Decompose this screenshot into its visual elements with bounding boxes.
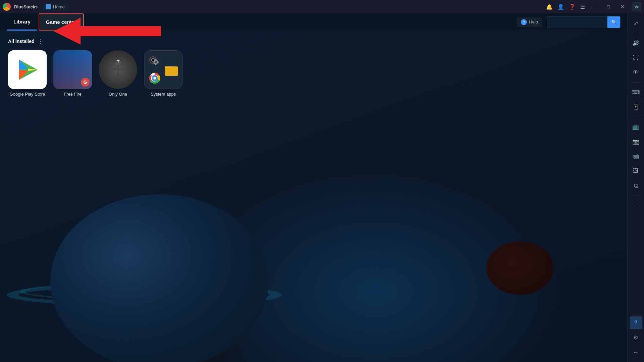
title-bar-controls: 🔔 👤 ❓ ☰ ─ □ ✕ ≫: [546, 2, 641, 11]
search-bar[interactable]: 🔍: [547, 16, 621, 28]
help-button[interactable]: ? Help: [517, 17, 542, 27]
bluestacks-logo: [3, 3, 11, 11]
svg-rect-20: [153, 61, 154, 63]
right-sidebar: ⤢ 🔊 ⛶ 👁 ⌨ 📱 📺 📷 📹 🖼 ⧉ ··· ? ⚙ ←: [627, 13, 644, 362]
planet-small: [486, 241, 553, 295]
tab-library[interactable]: Library: [7, 13, 37, 31]
close-button[interactable]: ✕: [618, 2, 627, 11]
sidebar-toggle-button[interactable]: ≫: [632, 2, 641, 11]
sysapp-folder: [163, 53, 180, 86]
apps-grid: Google Play Store G F: [8, 50, 619, 97]
home-tab[interactable]: Home: [41, 3, 69, 11]
svg-line-11: [118, 74, 123, 80]
app-item-google-play[interactable]: Google Play Store: [8, 50, 47, 97]
tabs-left: Library Game center: [7, 13, 84, 31]
eye-button[interactable]: 👁: [630, 66, 642, 79]
bell-icon[interactable]: 🔔: [546, 4, 553, 10]
more-button[interactable]: ···: [630, 199, 642, 212]
content-area: Library Game center ? Help: [0, 13, 627, 362]
gallery-button[interactable]: 🖼: [630, 165, 642, 177]
system-apps-icon: [144, 50, 183, 89]
minimize-button[interactable]: ─: [590, 2, 599, 11]
camera-button[interactable]: 📷: [630, 135, 642, 148]
tabs-right: ? Help 🔍: [517, 16, 621, 28]
tabs-area: Library Game center ? Help: [0, 13, 627, 31]
user-icon[interactable]: 👤: [557, 4, 564, 10]
svg-line-10: [113, 74, 118, 80]
free-fire-icon: G: [53, 50, 92, 89]
home-icon: [46, 4, 51, 9]
google-play-icon: [8, 50, 47, 89]
play-store-icon-bg: [8, 50, 47, 89]
keyboard-button[interactable]: ⌨: [630, 86, 642, 99]
record-button[interactable]: 📹: [630, 150, 642, 163]
tab-game-center[interactable]: Game center: [39, 13, 84, 31]
search-input[interactable]: [547, 17, 607, 27]
google-play-label: Google Play Store: [10, 92, 45, 97]
sidebar-divider-1: [631, 33, 641, 33]
title-bar: BlueStacks Home 🔔 👤 ❓ ☰ ─ □ ✕ ≫: [0, 0, 644, 13]
main-layout: Library Game center ? Help: [0, 13, 644, 362]
svg-rect-21: [157, 61, 159, 63]
home-tab-label: Home: [53, 4, 65, 9]
phone-button[interactable]: 📱: [630, 101, 642, 113]
volume-button[interactable]: 🔊: [630, 37, 642, 49]
sidebar-divider-2: [631, 82, 641, 83]
section-header: All installed ⋮: [8, 38, 619, 45]
expand-sidebar-button[interactable]: ⤢: [630, 17, 642, 30]
svg-rect-18: [155, 59, 156, 60]
svg-point-25: [153, 77, 156, 80]
app-item-free-fire[interactable]: G Free Fire: [53, 50, 92, 97]
fullscreen-button[interactable]: ⛶: [630, 51, 642, 64]
copy-button[interactable]: ⧉: [630, 179, 642, 192]
question-icon[interactable]: ❓: [569, 4, 576, 10]
system-apps-icon-bg: [144, 50, 183, 89]
only-one-icon-bg: [99, 50, 137, 89]
sysapp-chrome: [147, 70, 162, 86]
library-content: All installed ⋮: [0, 31, 627, 103]
only-one-icon: [99, 50, 137, 89]
svg-point-17: [154, 61, 157, 63]
sidebar-divider-4: [631, 196, 641, 196]
free-fire-icon-bg: G: [53, 50, 92, 89]
settings-sidebar-button[interactable]: ⚙: [630, 331, 642, 344]
help-sidebar-button[interactable]: ?: [630, 316, 642, 329]
only-one-label: Only One: [109, 92, 127, 97]
sysapp-webcam: [147, 53, 162, 69]
free-fire-label: Free Fire: [64, 92, 82, 97]
help-label: Help: [529, 19, 538, 24]
svg-text:G: G: [84, 80, 87, 85]
section-title: All installed: [8, 39, 35, 44]
sidebar-divider-3: [631, 117, 641, 117]
maximize-button[interactable]: □: [604, 2, 613, 11]
svg-rect-26: [165, 66, 178, 76]
menu-icon[interactable]: ☰: [580, 4, 585, 10]
back-button[interactable]: ←: [630, 346, 642, 359]
search-button[interactable]: 🔍: [607, 16, 620, 28]
section-menu-icon[interactable]: ⋮: [37, 38, 43, 45]
app-item-system-apps[interactable]: System apps: [144, 50, 183, 97]
app-name: BlueStacks: [14, 4, 38, 9]
tv-button[interactable]: 📺: [630, 120, 642, 133]
app-item-only-one[interactable]: Only One: [99, 50, 137, 97]
system-apps-label: System apps: [151, 92, 176, 97]
svg-rect-19: [155, 64, 156, 65]
help-icon: ?: [521, 19, 527, 25]
